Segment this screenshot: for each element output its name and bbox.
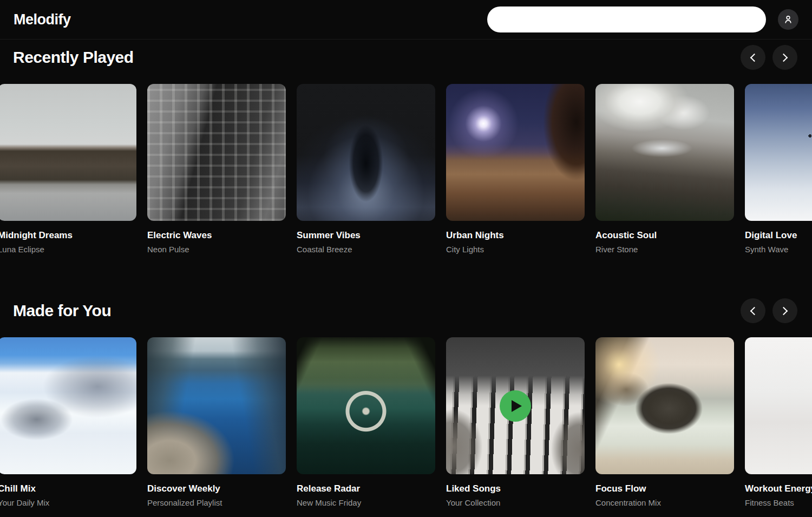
album-art xyxy=(0,84,136,221)
playlist-card[interactable]: Discover Weekly Personalized Playlist xyxy=(147,337,286,508)
playlist-card[interactable]: Chill Mix Your Daily Mix xyxy=(0,337,136,508)
chevron-right-icon xyxy=(780,53,788,62)
album-art xyxy=(147,337,286,474)
playlist-card[interactable]: Liked Songs Your Collection xyxy=(446,337,585,508)
card-row: Midnight Dreams Luna Eclipse Electric Wa… xyxy=(0,84,812,254)
album-art xyxy=(595,84,734,221)
chevron-right-icon xyxy=(780,306,788,315)
card-title: Workout Energy xyxy=(745,483,812,494)
play-icon xyxy=(512,400,522,412)
card-subtitle: Your Daily Mix xyxy=(0,498,136,508)
user-icon xyxy=(783,14,794,25)
album-art xyxy=(297,84,435,221)
album-art xyxy=(147,84,286,221)
scroll-left-button[interactable] xyxy=(741,45,765,70)
card-title: Urban Nights xyxy=(446,230,585,241)
card-subtitle: Synth Wave xyxy=(745,244,812,254)
card-subtitle: River Stone xyxy=(595,244,734,254)
playlist-card[interactable]: Electric Waves Neon Pulse xyxy=(147,84,286,254)
card-title: Midnight Dreams xyxy=(0,230,136,241)
carousel-controls xyxy=(741,45,797,70)
playlist-card[interactable]: Digital Love Synth Wave xyxy=(745,84,812,254)
section-title: Recently Played xyxy=(13,47,134,68)
card-subtitle: Concentration Mix xyxy=(595,498,734,508)
card-title: Focus Flow xyxy=(595,483,734,494)
playlist-card[interactable]: Urban Nights City Lights xyxy=(446,84,585,254)
scroll-right-button[interactable] xyxy=(772,45,797,70)
app-logo: Melodify xyxy=(14,11,71,28)
content: Recently Played Midnight Dreams Luna Ecl… xyxy=(0,40,812,508)
card-subtitle: Neon Pulse xyxy=(147,244,286,254)
scroll-left-button[interactable] xyxy=(741,298,765,323)
play-button[interactable] xyxy=(500,390,531,422)
card-title: Electric Waves xyxy=(147,230,286,241)
app-header: Melodify xyxy=(0,0,812,40)
album-art xyxy=(0,337,136,474)
album-art xyxy=(446,337,585,474)
playlist-card[interactable]: Release Radar New Music Friday xyxy=(297,337,435,508)
playlist-card[interactable]: Summer Vibes Coastal Breeze xyxy=(297,84,435,254)
card-title: Chill Mix xyxy=(0,483,136,494)
chevron-left-icon xyxy=(750,306,759,315)
playlist-card[interactable]: Workout Energy Fitness Beats xyxy=(745,337,812,508)
playlist-section: Recently Played Midnight Dreams Luna Ecl… xyxy=(0,40,812,254)
card-row: Chill Mix Your Daily Mix Discover Weekly… xyxy=(0,337,812,508)
playlist-card[interactable]: Midnight Dreams Luna Eclipse xyxy=(0,84,136,254)
album-art xyxy=(446,84,585,221)
card-title: Discover Weekly xyxy=(147,483,286,494)
scroll-right-button[interactable] xyxy=(772,298,797,323)
album-art xyxy=(745,337,812,474)
album-art xyxy=(297,337,435,474)
playlist-card[interactable]: Focus Flow Concentration Mix xyxy=(595,337,734,508)
card-title: Release Radar xyxy=(297,483,435,494)
carousel-controls xyxy=(741,298,797,323)
card-title: Liked Songs xyxy=(446,483,585,494)
album-art xyxy=(595,337,734,474)
card-subtitle: New Music Friday xyxy=(297,498,435,508)
card-subtitle: Coastal Breeze xyxy=(297,244,435,254)
profile-button[interactable] xyxy=(778,9,798,30)
card-subtitle: Luna Eclipse xyxy=(0,244,136,254)
section-header: Made for You xyxy=(0,293,812,337)
playlist-card[interactable]: Acoustic Soul River Stone xyxy=(595,84,734,254)
card-title: Digital Love xyxy=(745,230,812,241)
card-title: Acoustic Soul xyxy=(595,230,734,241)
section-header: Recently Played xyxy=(0,40,812,84)
search-input[interactable] xyxy=(487,6,766,32)
card-subtitle: City Lights xyxy=(446,244,585,254)
card-subtitle: Personalized Playlist xyxy=(147,498,286,508)
album-art xyxy=(745,84,812,221)
section-title: Made for You xyxy=(13,300,111,321)
card-subtitle: Your Collection xyxy=(446,498,585,508)
card-subtitle: Fitness Beats xyxy=(745,498,812,508)
card-title: Summer Vibes xyxy=(297,230,435,241)
playlist-section: Made for You Chill Mix Your Daily Mix Di… xyxy=(0,293,812,508)
chevron-left-icon xyxy=(750,53,759,62)
